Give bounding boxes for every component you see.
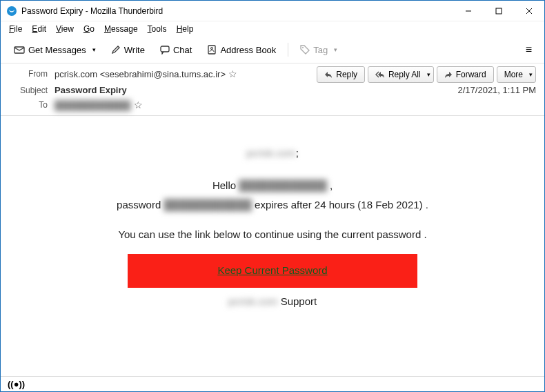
body-line-1: pcrisk.com;: [35, 144, 510, 164]
subject-value: Password Expiry: [54, 85, 127, 95]
body-line-2: Hello ████████████ ,: [35, 176, 510, 196]
minimize-button[interactable]: [453, 1, 484, 21]
chevron-down-icon: ▾: [92, 46, 96, 53]
connection-icon[interactable]: ((●)): [8, 379, 25, 389]
tag-label: Tag: [313, 45, 328, 55]
address-book-button[interactable]: Address Book: [201, 41, 282, 59]
more-button[interactable]: More ▾: [497, 66, 536, 83]
from-value: pcrisk.com <sesebrahimi@sina.tums.ac.ir>: [54, 69, 226, 79]
menu-edit[interactable]: Edit: [28, 23, 50, 35]
write-button[interactable]: Write: [105, 41, 151, 59]
forward-icon: [444, 71, 453, 78]
menu-go[interactable]: Go: [79, 23, 99, 35]
svg-rect-6: [161, 46, 169, 52]
star-icon[interactable]: ☆: [228, 68, 237, 79]
reply-icon: [324, 71, 333, 78]
download-icon: [14, 45, 25, 55]
body-support-line: pcrisk.com Support: [35, 292, 510, 312]
chevron-down-icon: ▾: [427, 71, 430, 78]
reply-button[interactable]: Reply: [317, 66, 365, 83]
redacted-text: pcrisk.com: [246, 144, 296, 164]
redacted-text: ████████████: [239, 176, 327, 196]
forward-label: Forward: [456, 70, 486, 79]
maximize-button[interactable]: [484, 1, 514, 21]
chat-button[interactable]: Chat: [154, 41, 198, 59]
title-bar: Password Expiry - Mozilla Thunderbird: [1, 1, 544, 21]
write-label: Write: [124, 45, 145, 55]
chat-icon: [160, 45, 170, 55]
toolbar-separator: [288, 43, 288, 57]
message-headers: Reply Reply All ▾ Forward More ▾ From pc…: [1, 63, 544, 116]
app-menu-button[interactable]: ≡: [520, 41, 537, 59]
svg-point-0: [7, 6, 17, 16]
keep-password-link[interactable]: Keep Current Password: [128, 254, 417, 288]
tag-icon: [300, 45, 310, 55]
reply-all-button[interactable]: Reply All ▾: [368, 66, 434, 83]
menu-tools[interactable]: Tools: [143, 23, 171, 35]
pencil-icon: [111, 45, 121, 55]
menu-file[interactable]: File: [5, 23, 26, 35]
body-line-3: password ████████████ expires after 24 h…: [35, 195, 510, 215]
chat-label: Chat: [173, 45, 192, 55]
reply-all-label: Reply All: [388, 70, 421, 79]
to-value: ████████████: [54, 100, 131, 110]
get-messages-label: Get Messages: [28, 45, 86, 55]
forward-button[interactable]: Forward: [437, 66, 494, 83]
message-body: pcrisk.com; Hello ████████████ , passwor…: [1, 116, 544, 376]
message-actions: Reply Reply All ▾ Forward More ▾: [317, 66, 536, 83]
body-line-4: You can use the link below to continue u…: [35, 225, 510, 245]
redacted-text: pcrisk.com: [228, 292, 278, 312]
from-label: From: [9, 69, 48, 79]
thunderbird-icon: [6, 6, 17, 17]
menu-help[interactable]: Help: [172, 23, 198, 35]
chevron-down-icon: ▾: [334, 46, 337, 53]
chevron-down-icon: ▾: [529, 71, 533, 78]
reply-all-icon: [375, 71, 385, 78]
tag-button[interactable]: Tag ▾: [294, 41, 344, 59]
address-book-icon: [207, 45, 217, 55]
to-label: To: [9, 100, 48, 110]
reply-label: Reply: [336, 70, 357, 79]
get-messages-button[interactable]: Get Messages ▾: [8, 41, 102, 59]
svg-point-9: [302, 47, 304, 48]
menu-bar: File Edit View Go Message Tools Help: [1, 21, 544, 37]
close-button[interactable]: [514, 1, 544, 21]
window-title: Password Expiry - Mozilla Thunderbird: [21, 6, 163, 16]
star-icon[interactable]: ☆: [134, 99, 143, 110]
redacted-text: ████████████: [164, 195, 252, 215]
date-value: 2/17/2021, 1:11 PM: [458, 85, 536, 95]
svg-rect-2: [496, 8, 502, 14]
hamburger-icon: ≡: [526, 43, 532, 55]
more-label: More: [504, 70, 523, 79]
menu-view[interactable]: View: [52, 23, 78, 35]
menu-message[interactable]: Message: [100, 23, 142, 35]
subject-label: Subject: [9, 86, 48, 95]
address-book-label: Address Book: [220, 45, 276, 55]
status-bar: ((●)): [1, 376, 544, 391]
main-toolbar: Get Messages ▾ Write Chat Address Book T…: [1, 37, 544, 63]
svg-point-8: [211, 48, 213, 50]
